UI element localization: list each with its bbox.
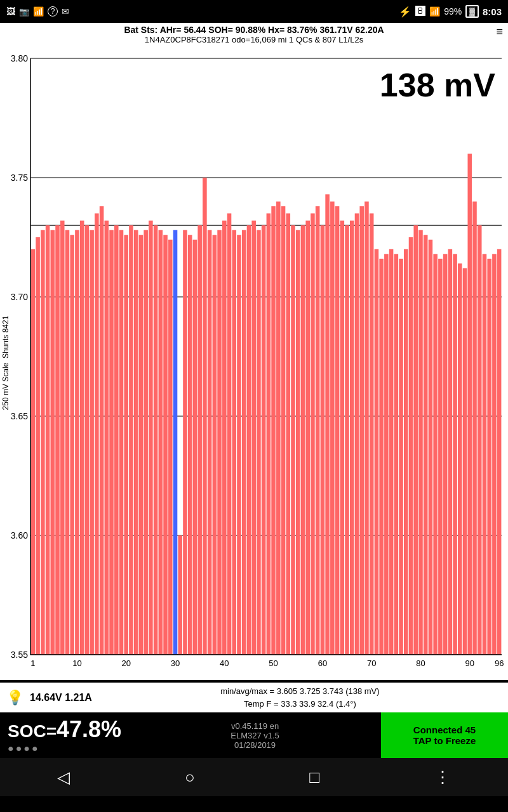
footer-bar: SOC= 47.8% ●●●● v0.45.119 en ELM327 v1.5… [0,712,508,758]
navigation-bar: ◁ ○ □ ⋮ [0,758,508,796]
battery-info-bar: Bat Sts: AHr= 56.44 SOH= 90.88% Hx= 83.7… [0,23,508,46]
bat-line1: Bat Sts: AHr= 56.44 SOH= 90.88% Hx= 83.7… [0,25,508,35]
question-icon: ? [48,6,58,16]
battery-icon: ▓ [465,5,479,18]
signal-icon: ⚡ [399,6,411,18]
connected-button[interactable]: Connected 45 TAP to Freeze [381,712,508,758]
soc-section: SOC= 47.8% ●●●● [0,712,129,758]
soc-dots: ●●●● [8,743,121,754]
version-line1: v0.45.119 en [139,721,371,731]
recent-apps-button[interactable]: □ [297,763,332,792]
connected-line1: Connected 45 [413,724,476,735]
bottom-info-bar: 💡 14.64V 1.21A min/avg/max = 3.605 3.725… [0,683,508,712]
connected-line2: TAP to Freeze [413,735,476,746]
status-bar: 🖼 📷 📶 ? ✉ ⚡ 🅱 📶 99% ▓ 8:03 [0,0,508,23]
status-left-icons: 🖼 📷 📶 ? ✉ [6,6,69,16]
stats-line1: min/avg/max = 3.605 3.725 3.743 (138 mV) [98,685,502,698]
stats-text: min/avg/max = 3.605 3.725 3.743 (138 mV)… [98,685,502,710]
lightbulb-icon: 💡 [6,690,23,706]
network-icon: 📶 [429,6,440,16]
battery-chart[interactable] [0,46,508,680]
clock: 8:03 [483,6,502,17]
voltage-current: 14.64V 1.21A [30,692,92,704]
soc-value: 47.8% [57,716,121,743]
version-line2: ELM327 v1.5 [139,731,371,740]
screenshot-icon: 🖼 [6,6,15,16]
soc-label: SOC= [8,721,57,742]
wifi-icon: 📶 [33,6,44,16]
photos-icon: 📷 [19,7,29,16]
version-section: v0.45.119 en ELM327 v1.5 01/28/2019 [129,712,381,758]
stats-line2: Temp F = 33.3 33.9 32.4 (1.4°) [98,698,502,710]
soc-display: SOC= 47.8% [8,716,121,743]
email-icon: ✉ [62,6,69,16]
chart-wrapper [0,46,508,683]
home-button[interactable]: ○ [172,763,208,792]
bluetooth-icon: 🅱 [415,6,425,17]
bat-line2: 1N4AZ0CP8FC318271 odo=16,069 mi 1 QCs & … [0,35,508,44]
battery-percentage: 99% [444,6,462,16]
version-line3: 01/28/2019 [139,740,371,750]
back-button[interactable]: ◁ [44,763,83,792]
menu-icon[interactable]: ≡ [496,25,503,39]
more-button[interactable]: ⋮ [422,763,464,792]
status-right: ⚡ 🅱 📶 99% ▓ 8:03 [399,5,502,18]
